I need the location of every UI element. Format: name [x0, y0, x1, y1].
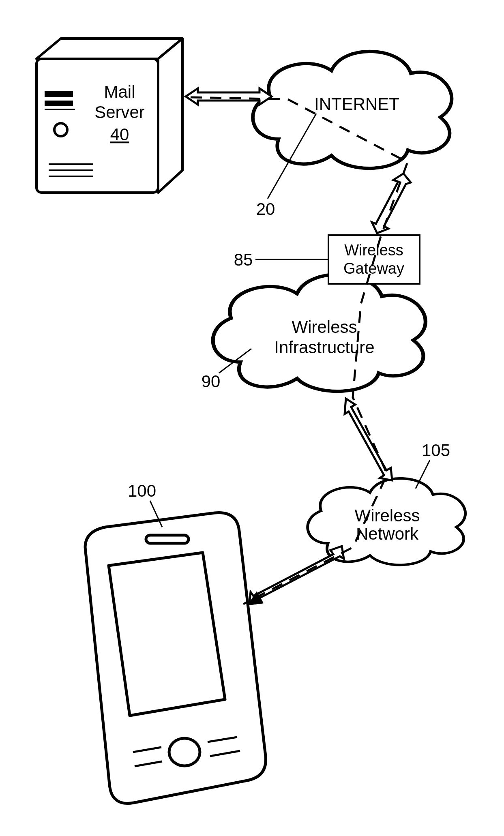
- ref-90: 90: [202, 372, 221, 391]
- arrow-internet-gateway: [372, 174, 411, 233]
- svg-marker-3: [158, 39, 182, 193]
- svg-marker-18: [372, 174, 411, 233]
- svg-rect-5: [45, 101, 73, 106]
- ref-105: 105: [422, 441, 450, 460]
- gateway-label-1: Wireless: [344, 242, 403, 259]
- network-diagram: INTERNET Wireless Infrastructure Wireles…: [0, 0, 504, 836]
- svg-rect-11: [146, 535, 189, 543]
- mail-server-ref: 40: [110, 125, 129, 144]
- infrastructure-label-2: Infrastructure: [274, 338, 374, 357]
- ref-85: 85: [234, 250, 253, 269]
- mail-server-label-1: Mail: [104, 82, 135, 101]
- internet-label: INTERNET: [314, 94, 399, 114]
- ref-20: 20: [256, 199, 275, 219]
- wireless-network-label-2: Network: [356, 524, 419, 543]
- ref-100: 100: [128, 481, 156, 500]
- svg-point-12: [169, 738, 200, 766]
- mobile-device: [85, 513, 266, 804]
- infrastructure-label-1: Wireless: [292, 317, 357, 337]
- svg-rect-4: [45, 91, 73, 97]
- mail-server-label-2: Server: [94, 103, 145, 122]
- svg-point-7: [54, 123, 67, 136]
